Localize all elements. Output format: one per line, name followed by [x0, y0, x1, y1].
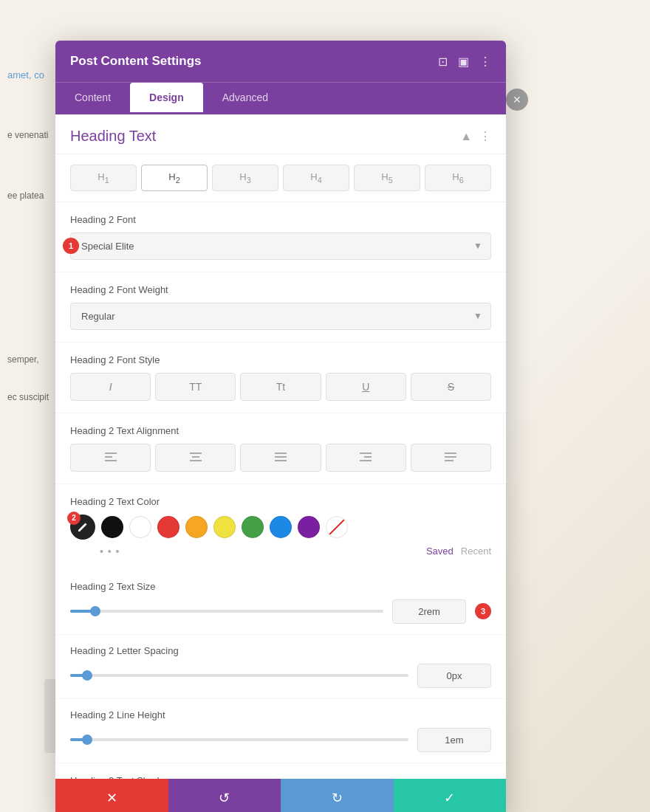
color-swatch-blue[interactable] — [270, 516, 292, 538]
line-height-label: Heading 2 Line Height — [70, 709, 491, 720]
align-justify-all-button[interactable] — [411, 444, 491, 472]
text-size-section: Heading 2 Text Size 3 — [55, 571, 506, 635]
letter-spacing-section: Heading 2 Letter Spacing — [55, 635, 506, 699]
font-style-section: Heading 2 Font Style I TT Tt U S — [55, 343, 506, 413]
redo-button[interactable]: ↻ — [281, 779, 394, 812]
strikethrough-button[interactable]: S — [411, 373, 491, 401]
font-badge: 1 — [63, 238, 79, 254]
cancel-icon: ✕ — [106, 790, 117, 806]
svg-rect-9 — [360, 453, 372, 454]
responsive-icon[interactable]: ⊡ — [438, 55, 448, 69]
tab-design[interactable]: Design — [130, 83, 203, 114]
align-right-button[interactable] — [326, 444, 406, 472]
color-swatch-none[interactable] — [326, 516, 348, 538]
cancel-button[interactable]: ✕ — [55, 779, 168, 812]
font-weight-select-wrapper: Regular ▼ — [70, 303, 491, 330]
text-color-section: Heading 2 Text Color 2 • • • Saved — [55, 484, 506, 571]
undo-icon: ↺ — [219, 790, 230, 806]
modal-body: Heading Text ▲ ⋮ H1 H2 H3 H4 H5 H6 Headi… — [55, 114, 506, 779]
section-actions: ▲ ⋮ — [460, 129, 491, 143]
modal-header: Post Content Settings ⊡ ▣ ⋮ — [55, 41, 506, 82]
letter-spacing-thumb[interactable] — [82, 670, 92, 681]
color-swatch-white[interactable] — [129, 516, 151, 538]
color-swatch-yellow[interactable] — [213, 516, 236, 538]
redo-icon: ↻ — [332, 790, 343, 806]
text-alignment-section: Heading 2 Text Alignment — [55, 413, 506, 484]
letter-spacing-input[interactable] — [417, 664, 491, 688]
capitalize-button[interactable]: Tt — [240, 373, 321, 401]
color-swatch-red[interactable] — [157, 516, 179, 538]
section-header: Heading Text ▲ ⋮ — [55, 114, 506, 154]
svg-rect-13 — [445, 456, 456, 458]
line-height-thumb[interactable] — [82, 734, 92, 745]
more-colors-button[interactable]: • • • — [100, 546, 120, 557]
color-edit-button[interactable]: 2 — [70, 515, 95, 540]
text-alignment-label: Heading 2 Text Alignment — [70, 425, 491, 436]
text-size-thumb[interactable] — [90, 606, 100, 616]
font-weight-select[interactable]: Regular — [70, 303, 491, 330]
svg-rect-12 — [445, 453, 456, 454]
undo-button[interactable]: ↺ — [168, 779, 281, 812]
svg-rect-14 — [445, 460, 454, 461]
align-center-button[interactable] — [155, 444, 236, 472]
header-icons: ⊡ ▣ ⋮ — [438, 55, 491, 69]
more-options-icon[interactable]: ⋮ — [479, 55, 491, 69]
color-swatch-green[interactable] — [242, 516, 264, 538]
modal-close-outer-button[interactable]: ✕ — [506, 89, 528, 111]
svg-rect-2 — [105, 460, 117, 461]
text-color-label: Heading 2 Text Color — [70, 496, 491, 507]
heading-tabs: H1 H2 H3 H4 H5 H6 — [55, 154, 506, 202]
font-section: Heading 2 Font 1 Special Elite ▼ — [55, 202, 506, 272]
section-more-icon[interactable]: ⋮ — [479, 129, 491, 143]
align-justify-button[interactable] — [240, 444, 321, 472]
heading-tab-h6[interactable]: H6 — [425, 165, 491, 191]
svg-rect-4 — [192, 456, 199, 458]
font-style-buttons: I TT Tt U S — [70, 373, 491, 401]
svg-rect-8 — [275, 460, 287, 461]
svg-rect-0 — [105, 453, 117, 454]
align-left-button[interactable] — [70, 444, 151, 472]
letter-spacing-track[interactable] — [70, 674, 408, 677]
bg-text: amet, co e venenati ee platea semper, ec… — [0, 59, 59, 413]
font-weight-label: Heading 2 Font Weight — [70, 284, 491, 295]
color-swatch-orange[interactable] — [185, 516, 208, 538]
letter-spacing-label: Heading 2 Letter Spacing — [70, 645, 491, 656]
font-weight-section: Heading 2 Font Weight Regular ▼ — [55, 272, 506, 343]
tab-content[interactable]: Content — [55, 83, 130, 114]
color-tabs: • • • Saved Recent — [70, 546, 491, 565]
line-height-track[interactable] — [70, 738, 408, 741]
italic-button[interactable]: I — [70, 373, 151, 401]
text-shadow-section: Heading 2 Text Shadow — [55, 763, 506, 779]
color-swatches-row: 2 — [70, 515, 491, 540]
underline-button[interactable]: U — [326, 373, 406, 401]
collapse-icon[interactable]: ▲ — [460, 130, 472, 143]
modal-tabs: Content Design Advanced — [55, 82, 506, 114]
alignment-buttons — [70, 444, 491, 472]
color-swatch-purple[interactable] — [298, 516, 320, 538]
color-badge: 2 — [67, 512, 81, 525]
text-size-input[interactable] — [392, 599, 466, 624]
recent-colors-tab[interactable]: Recent — [461, 546, 491, 557]
tab-advanced[interactable]: Advanced — [203, 83, 287, 114]
text-size-track[interactable] — [70, 610, 383, 613]
svg-rect-10 — [364, 456, 372, 458]
heading-tab-h1[interactable]: H1 — [70, 165, 137, 191]
letter-spacing-row — [70, 664, 491, 688]
confirm-button[interactable]: ✓ — [394, 779, 507, 812]
heading-tab-h4[interactable]: H4 — [283, 165, 349, 191]
split-view-icon[interactable]: ▣ — [458, 55, 469, 69]
saved-colors-tab[interactable]: Saved — [426, 546, 454, 557]
font-select-wrapper: 1 Special Elite ▼ — [70, 233, 491, 260]
svg-rect-11 — [360, 460, 372, 461]
heading-tab-h3[interactable]: H3 — [212, 165, 278, 191]
heading-tab-h2[interactable]: H2 — [141, 165, 208, 191]
line-height-row — [70, 728, 491, 752]
line-height-input[interactable] — [417, 728, 491, 752]
color-swatch-black[interactable] — [101, 516, 123, 538]
uppercase-button[interactable]: TT — [155, 373, 236, 401]
font-select[interactable]: Special Elite — [70, 233, 491, 260]
heading-tab-h5[interactable]: H5 — [354, 165, 420, 191]
svg-rect-3 — [190, 453, 202, 454]
text-size-row: 3 — [70, 599, 491, 624]
svg-rect-7 — [275, 456, 287, 458]
